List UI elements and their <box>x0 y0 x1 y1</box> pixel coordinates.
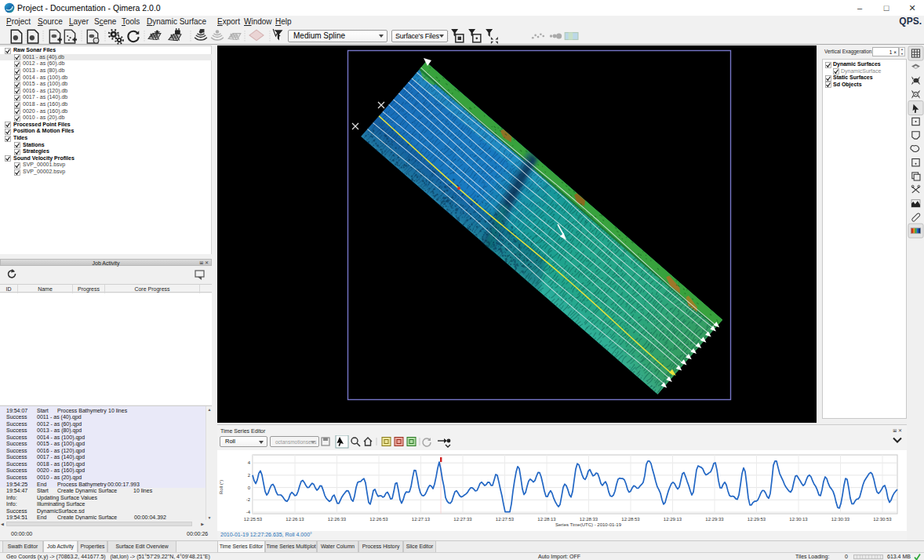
svg-text:12:26:33: 12:26:33 <box>328 517 347 522</box>
svg-text:12:30:13: 12:30:13 <box>789 517 808 522</box>
svg-text:12:27:53: 12:27:53 <box>496 517 515 522</box>
svg-text:12:27:33: 12:27:33 <box>453 517 472 522</box>
svg-text:2: 2 <box>248 473 251 478</box>
svg-text:4: 4 <box>248 460 251 465</box>
svg-text:12:28:53: 12:28:53 <box>621 517 640 522</box>
svg-text:12:26:13: 12:26:13 <box>286 517 304 522</box>
svg-text:12:28:13: 12:28:13 <box>537 517 556 522</box>
svg-text:12:27:13: 12:27:13 <box>412 517 431 522</box>
svg-text:0: 0 <box>248 485 251 490</box>
svg-text:12:30:33: 12:30:33 <box>831 517 850 522</box>
svg-text:12:29:33: 12:29:33 <box>705 517 724 522</box>
svg-text:Series Time(UTC) - 2010-01-19: Series Time(UTC) - 2010-01-19 <box>555 522 622 527</box>
svg-text:-4: -4 <box>246 510 251 515</box>
svg-text:12:28:33: 12:28:33 <box>580 517 598 522</box>
svg-text:-2: -2 <box>246 497 251 502</box>
svg-text:12:29:53: 12:29:53 <box>748 517 766 522</box>
svg-text:12:29:13: 12:29:13 <box>664 517 682 522</box>
svg-text:Roll (°): Roll (°) <box>219 480 224 494</box>
svg-text:12:30:53: 12:30:53 <box>873 517 892 522</box>
svg-text:12:26:53: 12:26:53 <box>369 517 388 522</box>
svg-text:12:25:53: 12:25:53 <box>244 517 263 522</box>
